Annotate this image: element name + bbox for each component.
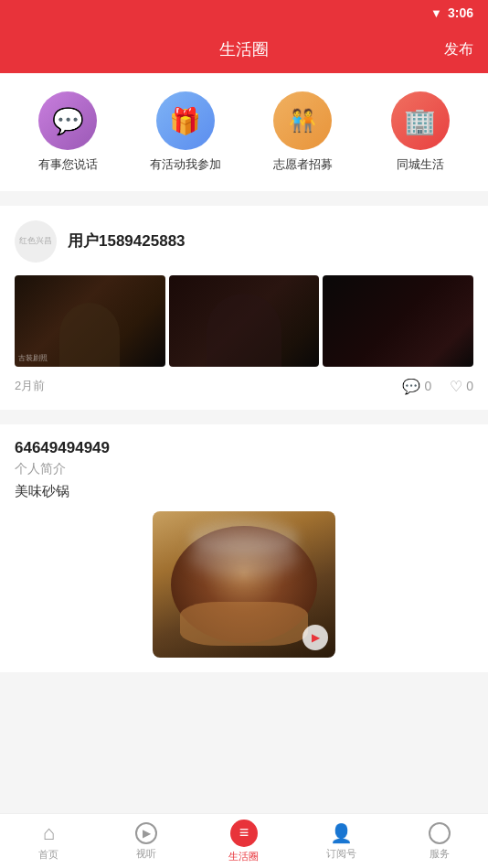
post-header-1: 红色兴昌 用户1589425883	[15, 220, 473, 263]
post-time-1: 2月前	[15, 378, 45, 394]
post-card-1: 红色兴昌 用户1589425883 古装剧照 2月前 💬 0 ♡ 0	[0, 206, 488, 410]
comment-icon-1: 💬	[402, 378, 420, 395]
page-title: 生活圈	[219, 38, 269, 60]
section-divider	[0, 198, 488, 206]
nav-video-label: 视听	[136, 847, 156, 861]
publish-button[interactable]: 发布	[444, 40, 473, 59]
nav-video[interactable]: ▶ 视听	[98, 822, 196, 861]
quick-action-volunteer[interactable]: 🧑‍🤝‍🧑 志愿者招募	[257, 91, 348, 173]
nav-subscribe-label: 订阅号	[326, 847, 356, 861]
volunteer-label: 志愿者招募	[273, 157, 333, 173]
video-play-button[interactable]: ▶	[302, 625, 328, 650]
post-images-1: 古装剧照	[15, 275, 473, 367]
subscribe-icon: 👤	[330, 822, 353, 844]
quick-action-activity[interactable]: 🎁 有活动我参加	[140, 91, 231, 173]
comment-action-1[interactable]: 💬 0	[402, 378, 431, 395]
bottom-navigation: ⌂ 首页 ▶ 视听 ≡ 生活圈 👤 订阅号 服务	[0, 813, 488, 868]
status-time: 3:06	[448, 5, 473, 20]
nav-subscribe[interactable]: 👤 订阅号	[292, 822, 390, 861]
post-actions-1: 💬 0 ♡ 0	[402, 378, 473, 395]
post-image-1-1[interactable]: 古装剧照	[15, 275, 165, 367]
post-image-2[interactable]: ▶	[153, 511, 335, 658]
post-bio: 个人简介	[15, 461, 473, 477]
nav-service[interactable]: 服务	[390, 822, 488, 861]
post-username-1: 用户1589425883	[68, 230, 186, 252]
post-user-id: 64649494949	[15, 439, 473, 457]
post-image-1-2[interactable]	[169, 275, 320, 367]
nav-home-label: 首页	[38, 848, 58, 862]
activity-label: 有活动我参加	[150, 157, 221, 173]
wifi-icon: ▼	[430, 6, 442, 20]
post-footer-1: 2月前 💬 0 ♡ 0	[15, 378, 473, 395]
post-image-1-3[interactable]	[323, 275, 473, 367]
talk-label: 有事您说话	[38, 157, 98, 173]
volunteer-icon: 🧑‍🤝‍🧑	[273, 91, 332, 150]
avatar-1[interactable]: 红色兴昌	[15, 220, 57, 263]
quick-action-city[interactable]: 🏢 同城生活	[375, 91, 466, 173]
comment-count-1: 0	[424, 379, 431, 393]
circle-active-icon: ≡	[230, 820, 258, 847]
video-icon: ▶	[135, 822, 157, 844]
like-count-1: 0	[466, 379, 473, 393]
quick-actions-bar: 💬 有事您说话 🎁 有活动我参加 🧑‍🤝‍🧑 志愿者招募 🏢 同城生活	[0, 73, 488, 191]
nav-circle-label: 生活圈	[228, 850, 259, 863]
talk-icon: 💬	[38, 91, 97, 150]
section-divider-2	[0, 417, 488, 424]
activity-icon: 🎁	[156, 91, 215, 150]
header: 生活圈 发布	[0, 26, 488, 73]
like-icon-1: ♡	[450, 378, 462, 395]
service-icon	[429, 822, 451, 844]
city-label: 同城生活	[397, 157, 444, 173]
post-card-2: 64649494949 个人简介 美味砂锅 ▶	[0, 424, 488, 672]
nav-home[interactable]: ⌂ 首页	[0, 821, 98, 862]
like-action-1[interactable]: ♡ 0	[450, 378, 473, 395]
city-icon: 🏢	[391, 91, 450, 150]
nav-circle[interactable]: ≡ 生活圈	[196, 820, 293, 863]
nav-service-label: 服务	[430, 847, 450, 861]
home-icon: ⌂	[43, 821, 55, 845]
quick-action-talk[interactable]: 💬 有事您说话	[22, 91, 113, 173]
post-description: 美味砂锅	[15, 483, 473, 500]
status-bar: ▼ 3:06	[0, 0, 488, 26]
circle-icon: ≡	[239, 823, 249, 842]
